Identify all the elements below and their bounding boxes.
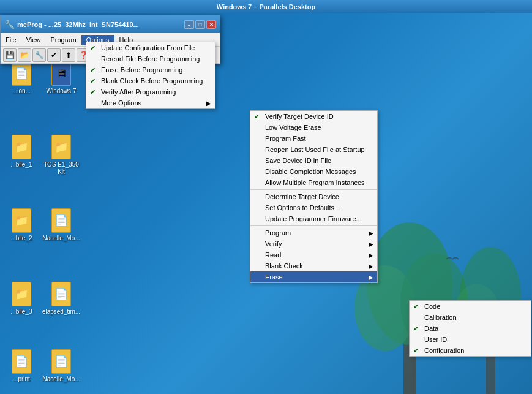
icon-image: 🖥: [51, 61, 71, 86]
menu-reread-file[interactable]: Reread File Before Programming: [86, 53, 215, 64]
menu-item-label: Update Configuration From File: [101, 44, 195, 51]
icon-label: ...bile_3: [10, 308, 32, 316]
toolbar-verify[interactable]: ✔: [47, 48, 61, 62]
menu-item-label: Reopen Last Used File at Startup: [265, 146, 365, 153]
menu-more-options[interactable]: More Options ▶: [86, 97, 215, 108]
icon-image: 📄: [51, 349, 71, 374]
menu-allow-multiple[interactable]: Allow Multiple Program Instances: [250, 177, 377, 188]
menu-update-config[interactable]: ✔ Update Configuration From File: [86, 42, 215, 53]
separator: [250, 225, 377, 226]
checkmark-code: ✔: [413, 303, 419, 311]
submenu-arrow-icon: ▶: [369, 252, 373, 259]
menu-read-sub[interactable]: Read ▶: [250, 249, 377, 260]
menu-blank-check-sub[interactable]: Blank Check ▶: [250, 260, 377, 271]
menu-file[interactable]: File: [1, 35, 21, 45]
titlebar-controls: – □ ✕: [184, 20, 216, 29]
menu-view[interactable]: View: [21, 35, 46, 45]
menu-item-label: Code: [424, 303, 440, 310]
close-button[interactable]: ✕: [206, 20, 216, 29]
checkmark-update-config: ✔: [90, 44, 96, 52]
icon-label: ...bile_2: [10, 235, 32, 242]
menu-item-label: Calibration: [424, 314, 457, 321]
menu-reopen-last[interactable]: Reopen Last Used File at Startup: [250, 144, 377, 155]
icon-label: elapsed_tim...: [42, 308, 80, 316]
menu-item-label: Erase Before Programming: [101, 66, 182, 74]
toolbar-upload[interactable]: ⬆: [62, 48, 75, 62]
menu-erase-before[interactable]: ✔ Erase Before Programming: [86, 64, 215, 75]
menu-disable-completion[interactable]: Disable Completion Messages: [250, 166, 377, 177]
submenu-arrow-icon: ▶: [369, 263, 373, 270]
menu-item-label: Program: [265, 229, 291, 237]
menu-item-label: User ID: [424, 336, 447, 343]
icon-label: ...ion...: [12, 88, 31, 95]
menu-item-label: Verify After Programming: [101, 88, 176, 96]
desktop-icon[interactable]: 📄 Nacelle_Mo...: [43, 349, 80, 383]
menu-program-sub[interactable]: Program ▶: [250, 227, 377, 238]
desktop-icon[interactable]: 📁 ...bile_3: [3, 282, 40, 316]
menu-item-label: Disable Completion Messages: [265, 168, 356, 175]
toolbar-open[interactable]: 📂: [18, 48, 31, 62]
menu-item-label: Verify: [265, 240, 282, 248]
menu-erase-calibration[interactable]: Calibration: [410, 312, 531, 323]
menu-program-fast[interactable]: Program Fast: [250, 133, 377, 144]
desktop-icon[interactable]: 📄 ...ion...: [3, 61, 40, 95]
app-titlebar: 🔧 meProg - ...25_32Mhz_Int_SN754410... –…: [1, 16, 220, 33]
icon-label: ...bile_1: [10, 161, 32, 169]
maximize-button[interactable]: □: [195, 20, 205, 29]
menu-save-device-id[interactable]: Save Device ID in File: [250, 155, 377, 166]
desktop-icon[interactable]: 🖥 Windows 7: [43, 61, 80, 95]
icon-image: 📄: [51, 282, 71, 306]
menu-item-label: Reread File Before Programming: [101, 55, 200, 63]
menu-erase-configuration[interactable]: ✔ Configuration: [410, 345, 531, 356]
menu-erase-data[interactable]: ✔ Data: [410, 323, 531, 334]
submenu-arrow-icon: ▶: [369, 241, 373, 248]
menu-item-label: Data: [424, 325, 438, 332]
minimize-button[interactable]: –: [184, 20, 194, 29]
menu-item-label: Allow Multiple Program Instances: [265, 179, 365, 186]
desktop-icon[interactable]: 📁 ...bile_2: [3, 208, 40, 242]
menu-update-firmware[interactable]: Update Programmer Firmware...: [250, 213, 377, 224]
toolbar-settings[interactable]: 🔧: [32, 48, 46, 62]
icon-image: 📁: [12, 135, 31, 159]
menu-low-voltage[interactable]: Low Voltage Erase: [250, 122, 377, 133]
menu-erase-userid[interactable]: User ID: [410, 334, 531, 345]
submenu-arrow-icon: ▶: [369, 230, 373, 237]
icon-image: 📁: [12, 282, 31, 306]
toolbar-save[interactable]: 💾: [3, 48, 17, 62]
menu-verify-target[interactable]: ✔ Verify Target Device ID: [250, 111, 377, 122]
icon-label: Windows 7: [47, 88, 77, 95]
desktop-icon[interactable]: 📁 ...bile_1: [3, 135, 40, 169]
menu-verify-sub[interactable]: Verify ▶: [250, 238, 377, 249]
os-title: Windows 7 – Parallels Desktop: [217, 3, 315, 10]
desktop-icon[interactable]: 📄 Nacelle_Mo...: [43, 208, 80, 242]
menu-erase-code[interactable]: ✔ Code: [410, 301, 531, 312]
menu-item-label: Set Options to Defaults...: [265, 204, 340, 211]
menu-item-label: Erase: [265, 273, 283, 281]
desktop-icon[interactable]: 📄 elapsed_tim...: [43, 282, 80, 316]
checkmark-verify-target: ✔: [254, 113, 260, 121]
checkmark-verify-after: ✔: [90, 88, 96, 96]
checkmark-blank-check: ✔: [90, 77, 96, 85]
desktop-icon[interactable]: 📄 ...print: [3, 349, 40, 383]
icon-label: TOS E1_350 Kit: [43, 161, 80, 176]
menu-item-label: Program Fast: [265, 135, 306, 142]
checkmark-erase-before: ✔: [90, 66, 96, 74]
icon-image: 📁: [12, 208, 31, 233]
menu-determine-target[interactable]: Determine Target Device: [250, 191, 377, 202]
desktop-icon[interactable]: 📁 TOS E1_350 Kit: [43, 135, 80, 176]
menu-item-label: Determine Target Device: [265, 193, 339, 200]
options-dropdown: ✔ Update Configuration From File Reread …: [86, 42, 215, 109]
menu-erase-sub[interactable]: Erase ▶: [250, 271, 377, 282]
menu-blank-check[interactable]: ✔ Blank Check Before Programming: [86, 75, 215, 86]
os-titlebar: Windows 7 – Parallels Desktop: [0, 0, 532, 13]
menu-item-label: Configuration: [424, 347, 464, 354]
menu-program[interactable]: Program: [45, 35, 81, 45]
icon-label: Nacelle_Mo...: [42, 235, 80, 242]
icon-label: ...print: [13, 376, 30, 383]
menu-item-label: Blank Check: [265, 262, 303, 270]
menu-verify-after[interactable]: ✔ Verify After Programming: [86, 86, 215, 97]
menu-item-label: Blank Check Before Programming: [101, 77, 203, 85]
app-title: meProg - ...25_32Mhz_Int_SN754410...: [17, 21, 139, 28]
menu-item-label: Low Voltage Erase: [265, 124, 321, 131]
menu-set-options[interactable]: Set Options to Defaults...: [250, 202, 377, 213]
